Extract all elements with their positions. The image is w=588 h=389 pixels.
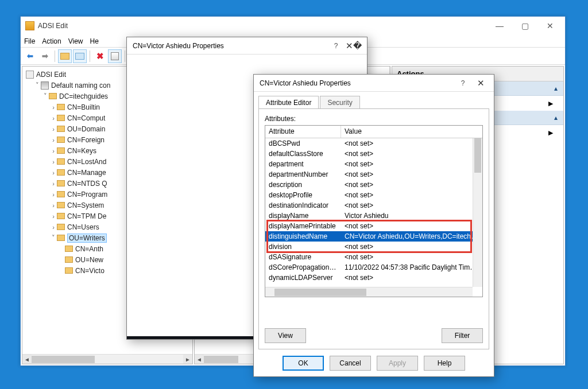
attribute-value: CN=Victor Ashiedu,OU=Writers,DC=itechgui [341,232,482,240]
tab-security[interactable]: Security [320,96,359,109]
dialog-titlebar: CN=Victor Ashiedu Properties ? ✕ [254,75,494,92]
col-value[interactable]: Value [341,126,482,138]
tree-hscrollbar[interactable]: ◄ ► [22,354,192,364]
tree-item-label: OU=New [75,256,103,264]
tree-ou-writers-label: OU=Writers [67,234,107,243]
attribute-name: departmentNumber [265,170,341,178]
close-icon[interactable]: ✕� [344,41,363,51]
attribute-value: <not set> [341,243,482,251]
tree-item-label: CN=TPM De [67,212,106,220]
attribute-value: <not set> [341,253,482,261]
scroll-left-icon[interactable]: ◄ [195,355,204,364]
back-button[interactable]: ⬅ [23,49,37,63]
tree-item-label: CN=Program [67,190,107,199]
close-button[interactable]: ✕ [537,18,563,34]
attribute-row[interactable]: dBCSPwd<not set> [265,138,482,149]
view-button[interactable]: View [265,328,306,343]
attribute-row[interactable]: dSCorePropagationD...11/10/2022 04:57:38… [265,262,482,273]
attribute-value: Victor Ashiedu [341,212,482,220]
attribute-name: dSCorePropagationD... [265,263,341,271]
up-folder-button[interactable] [58,49,72,63]
dialog-buttons: OK Cancel Apply Help [254,356,494,371]
attribute-row[interactable]: division<not set> [265,242,482,252]
attributes-list: Attribute Value dBCSPwd<not set>defaultC… [265,125,483,297]
tree-item-label: CN=Users [67,223,99,231]
attribute-name: desktopProfile [265,191,341,199]
tree-item-label: CN=Keys [67,147,96,155]
attribute-row[interactable]: departmentNumber<not set> [265,169,482,180]
forward-button[interactable]: ➡ [38,49,52,63]
attribute-name: distinguishedName [265,232,341,240]
attribute-value: 11/10/2022 04:57:38 Pacific Daylight Tim… [341,263,482,271]
attributes-label: Attributes: [265,115,483,123]
tree-item-label: CN=System [67,201,104,209]
minimize-button[interactable]: — [487,18,512,34]
list-buttons: View Filter [265,328,483,343]
attribute-row[interactable]: displayNamePrintable<not set> [265,221,482,231]
toolbar-sep [125,50,125,62]
attribute-value: <not set> [341,274,482,282]
dialog-title: CN=Victor Ashiedu Properties [260,79,455,87]
menu-help[interactable]: He [90,37,99,45]
scroll-left-icon[interactable]: ◄ [22,355,32,364]
show-hide-button[interactable] [73,49,87,63]
window-title: ADSI Edit [38,22,487,30]
tree-item-label: CN=Manage [67,169,106,177]
menu-file[interactable]: File [24,37,35,45]
attribute-name: dSASignature [265,253,341,261]
attribute-name: defaultClassStore [265,150,341,158]
titlebar: ADSI Edit — ▢ ✕ [21,17,565,35]
attributes-hscrollbar[interactable] [265,287,473,297]
attribute-row[interactable]: dSASignature<not set> [265,252,482,262]
attribute-name: description [265,181,341,189]
attribute-name: displayNamePrintable [265,222,341,230]
help-icon[interactable]: ? [455,79,471,87]
apply-button[interactable]: Apply [377,356,418,371]
properties-button[interactable] [108,49,122,63]
delete-button[interactable]: ✖ [93,49,107,63]
toolbar-sep [55,50,55,62]
attribute-value: <not set> [341,139,482,147]
help-button[interactable]: Help [424,356,465,371]
ok-button[interactable]: OK [283,356,324,371]
cancel-button[interactable]: Cancel [330,356,371,371]
attribute-value: <not set> [341,222,482,230]
attribute-value: <not set> [341,191,482,199]
tree-item-label: CN=Foreign [67,136,105,144]
close-icon[interactable]: ✕ [471,78,490,88]
attribute-row[interactable]: defaultClassStore<not set> [265,149,482,159]
attributes-vscrollbar[interactable] [473,138,482,287]
tab-body: Attributes: Attribute Value dBCSPwd<not … [258,108,489,349]
attribute-row[interactable]: destinationIndicator<not set> [265,200,482,211]
scroll-thumb[interactable] [32,356,95,363]
attribute-row[interactable]: department<not set> [265,159,482,169]
attribute-name: displayName [265,212,341,220]
attribute-row[interactable]: description<not set> [265,180,482,190]
tree-context-label: Default naming con [51,81,110,90]
tree-item-label: CN=Comput [67,114,105,122]
attribute-row[interactable]: dynamicLDAPServer<not set> [265,273,482,283]
attribute-value: <not set> [341,170,482,178]
tree-item-label: CN=NTDS Q [67,180,107,188]
menu-action[interactable]: Action [42,37,61,45]
menu-view[interactable]: View [68,37,83,45]
scroll-thumb[interactable] [474,138,481,173]
scroll-thumb[interactable] [274,289,366,296]
scroll-right-icon[interactable]: ► [183,355,192,364]
attribute-row[interactable]: desktopProfile<not set> [265,190,482,200]
toolbar-sep [90,50,90,62]
attribute-value: <not set> [341,181,482,189]
collapse-icon: ▴ [554,84,558,92]
attribute-row[interactable]: displayNameVictor Ashiedu [265,211,482,221]
scroll-thumb[interactable] [204,356,238,363]
tab-attribute-editor[interactable]: Attribute Editor [258,96,319,109]
attribute-name: dBCSPwd [265,139,341,147]
attribute-name: destinationIndicator [265,201,341,209]
help-icon[interactable]: ? [328,42,344,50]
col-attribute[interactable]: Attribute [265,126,341,138]
filter-button[interactable]: Filter [442,328,483,343]
attribute-name: dynamicLDAPServer [265,274,341,282]
maximize-button[interactable]: ▢ [512,18,537,34]
attribute-row[interactable]: distinguishedNameCN=Victor Ashiedu,OU=Wr… [265,231,482,242]
attribute-value: <not set> [341,150,482,158]
